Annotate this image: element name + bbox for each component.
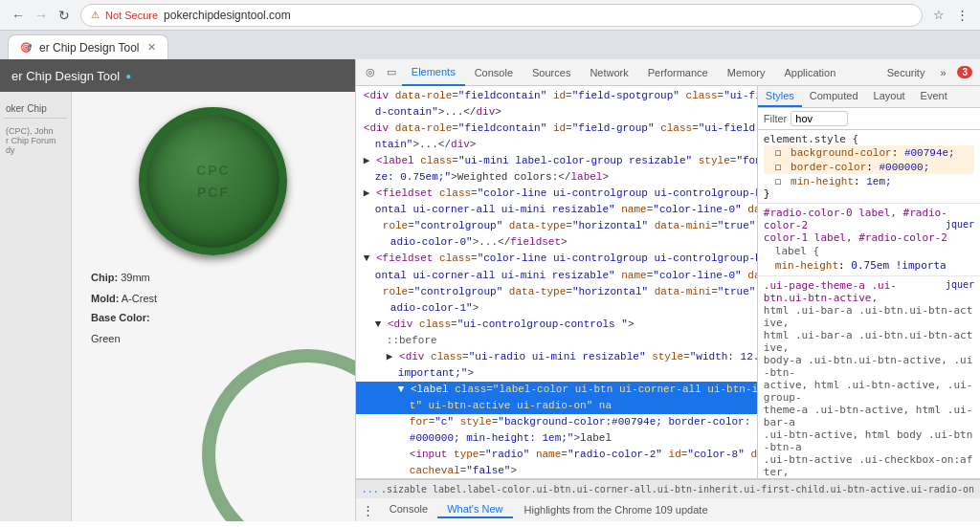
filter-label: Filter [764,113,787,124]
css-tabs: Styles Computed Layout Event [758,86,980,108]
bookmark-button[interactable]: ☆ [928,5,949,26]
tab-console[interactable]: Console [465,59,523,86]
header-dot: ● [125,71,131,81]
css-prop-name: min-height [775,259,838,272]
css-property-minheight: ☐ min-height: 1em; [764,174,974,188]
forward-button[interactable]: → [31,5,52,26]
mold-value: A-Crest [122,293,157,304]
html-line: <div data-role="fieldcontain" id="field-… [356,88,757,104]
devtools-panel: ◎ ▭ Elements Console Sources Network Per… [356,59,980,521]
chip-size-value: 39mm [121,272,150,283]
css-property-label: label { [764,244,974,258]
tab-elements[interactable]: Elements [402,59,465,86]
tab-memory[interactable]: Memory [718,59,775,86]
menu-button[interactable]: ⋮ [951,5,972,26]
html-line: role="controlgroup" data-type="horizonta… [356,284,757,300]
header-title: er Chip Design Tool [11,69,120,83]
css-prop-value: 1em; [866,176,891,187]
css-selector-radio: #radio-color-0 label, #radio-color-2jque… [764,207,974,231]
browser-controls: ← → ↻ [8,5,75,26]
html-line: ontal ui-corner-all ui-mini resizable" n… [356,202,757,218]
sidebar-item-cpc: (CPC), Johnr Chip Forumdy [4,122,67,159]
css-checkbox[interactable]: ☐ [775,162,782,173]
html-panel[interactable]: <div data-role="fieldcontain" id="field-… [356,86,758,478]
green-arc [202,349,355,521]
back-button[interactable]: ← [8,5,29,26]
devtools-main-content: <div data-role="fieldcontain" id="field-… [356,86,980,478]
css-checkbox[interactable]: ☐ [775,147,782,159]
tab-computed[interactable]: Computed [802,86,866,107]
three-dot-menu[interactable]: ⋮ [362,503,374,517]
not-secure-icon: ⚠ [91,10,100,20]
css-radio-color-section: #radio-color-0 label, #radio-color-2jque… [758,204,980,276]
chip-display-area: CPC PCF Chip: 39mm Mold: A-Crest Base Co… [72,92,355,521]
css-prop-name: min-height [791,176,854,187]
tab-layout[interactable]: Layout [866,86,913,107]
address-bar[interactable]: ⚠ Not Secure pokerchipdesigntool.com [80,4,923,27]
tab-icon: 🎯 [20,42,32,53]
html-line: ▶ <fieldset class="color-line ui-control… [356,186,757,202]
css-source-jquer2: jquer [946,279,974,290]
css-selector-element-style: element.style { [764,133,974,145]
css-property-border: ☐ border-color: #000000; [764,160,974,174]
html-line: adio-color-1"> [356,300,757,317]
html-line: ▶ <label class="ui-mini label-color-grou… [356,153,757,169]
webpage-sidebar: oker Chip (CPC), Johnr Chip Forumdy [0,92,72,521]
css-prop-value: 0.75em !importa [851,259,946,272]
not-secure-label: Not Secure [105,10,158,21]
html-line: ▼ <div class="ui-controlgroup-controls "… [356,317,757,333]
tab-network[interactable]: Network [580,59,637,86]
css-filter-input[interactable] [791,111,848,126]
tab-application[interactable]: Application [774,59,845,86]
bottom-tabs-bar: ⋮ Console What's New Highlights from the… [356,498,980,521]
tab-security[interactable]: Security [880,59,933,86]
html-line: ▼ <fieldset class="color-line ui-control… [356,251,757,267]
refresh-button[interactable]: ↻ [54,5,75,26]
main-area: er Chip Design Tool ● oker Chip (CPC), J… [0,59,980,521]
bottom-tab-console[interactable]: Console [380,501,437,518]
tab-label: er Chip Design Tool [39,41,140,55]
css-property-bg: ☐ background-color: #00794e; [764,145,974,160]
tab-performance[interactable]: Performance [638,59,718,86]
devtools-more-btn[interactable]: » [932,62,953,83]
css-selector-theme3: html .ui-bar-a .ui-btn.ui-btn-active, ht… [764,304,974,478]
breadcrumb-selector: .sizable label.label-color.ui-btn.ui-cor… [381,484,974,494]
active-tab[interactable]: 🎯 er Chip Design Tool ✕ [8,34,168,59]
browser-actions: ☆ ⋮ [928,5,972,26]
html-line: ntain">...</div> [356,137,757,153]
chip-size-label: Chip: [91,272,118,283]
css-panel[interactable]: Styles Computed Layout Event Filter elem… [758,86,980,478]
css-selector-theme2: btn.ui-btn-active, [764,292,974,304]
css-element-style-section: element.style { ☐ background-color: #007… [758,130,980,204]
error-badge: 3 [957,66,972,78]
tab-sources[interactable]: Sources [523,59,580,86]
chip-visual: CPC PCF [139,107,287,255]
chip-info: Chip: 39mm Mold: A-Crest Base Color: Gre… [91,267,157,349]
devtools-toolbar: ◎ ▭ Elements Console Sources Network Per… [356,59,980,86]
tab-close-icon[interactable]: ✕ [147,41,156,54]
html-line: for="c" style="background-color:#00794e;… [356,414,757,430]
css-prop-name: background-color [791,147,892,159]
css-checkbox[interactable]: ☐ [775,176,782,187]
tab-styles[interactable]: Styles [758,86,802,107]
tab-event[interactable]: Event [913,86,955,107]
html-line: important;"> [356,365,757,382]
devtools-device-btn[interactable]: ▭ [381,62,402,83]
selector-breadcrumb: ... .sizable label.label-color.ui-btn.ui… [356,479,980,498]
html-line: role="controlgroup" data-type="horizonta… [356,218,757,234]
webpage-body: oker Chip (CPC), Johnr Chip Forumdy CPC … [0,92,355,521]
devtools-inspect-btn[interactable]: ◎ [360,62,381,83]
html-line: ze: 0.75em;">Weighted colors:</label> [356,169,757,186]
url-text: pokerchipdesigntool.com [164,9,291,22]
devtools-bottom-bar: ... .sizable label.label-color.ui-btn.ui… [356,478,980,521]
highlights-text: Highlights from the Chrome 109 update [524,504,708,516]
chip-overlay-text: CPC PCF [196,160,231,203]
html-line: <div data-role="fieldcontain" id="field-… [356,121,757,137]
html-line-selected: ▼ <label class="label-color ui-btn ui-co… [356,382,757,398]
base-color-label: Base Color: [91,312,150,323]
bottom-tab-whatsnew[interactable]: What's New [437,501,512,518]
css-theme-section: .ui-page-theme-a .ui-jquer btn.ui-btn-ac… [758,276,980,478]
html-line: adio-color-0">...</fieldset> [356,234,757,251]
sidebar-item-poker-chip: oker Chip [4,99,67,119]
css-property-minheight2: min-height: 0.75em !importa [764,258,974,273]
